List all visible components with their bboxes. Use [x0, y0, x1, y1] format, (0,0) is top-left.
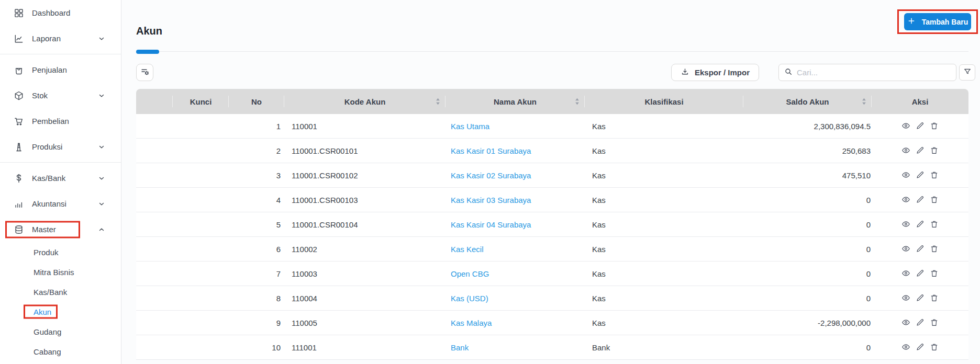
sidebar-item-cabang[interactable]: Cabang [0, 342, 121, 361]
actions-cell [872, 114, 968, 139]
account-name-link[interactable]: Kas Kecil [451, 245, 484, 254]
view-button[interactable] [901, 318, 911, 328]
delete-button[interactable] [930, 318, 939, 328]
edit-button[interactable] [916, 196, 925, 205]
edit-button[interactable] [916, 220, 925, 230]
sort-icon[interactable] [861, 98, 867, 106]
dollar-icon [14, 173, 24, 184]
column-header-saldo-akun[interactable]: Saldo Akun [743, 89, 872, 114]
lock-cell [136, 114, 173, 139]
actions-cell [872, 237, 968, 261]
chevron-down-icon [98, 200, 105, 208]
delete-button[interactable] [930, 196, 939, 205]
sidebar-item-master[interactable]: Master [0, 217, 121, 242]
sort-icon[interactable] [435, 98, 441, 106]
edit-button[interactable] [916, 269, 925, 279]
sidebar-item-kas-bank[interactable]: Kas/Bank [0, 282, 121, 302]
actions-cell [872, 163, 968, 188]
edit-button[interactable] [916, 343, 925, 352]
pencil-icon [916, 146, 925, 156]
account-name-link[interactable]: Kas Kasir 01 Surabaya [451, 146, 531, 155]
lock-cell [136, 237, 173, 261]
delete-button[interactable] [930, 171, 939, 180]
delete-button[interactable] [930, 245, 939, 254]
classification-cell: Kas [585, 139, 743, 163]
edit-button[interactable] [916, 294, 925, 303]
eye-icon [901, 121, 910, 132]
edit-button[interactable] [916, 122, 925, 131]
account-name-link[interactable]: Open CBG [451, 269, 489, 278]
add-new-button[interactable]: Tambah Baru [904, 13, 971, 30]
sidebar-subitem-label: Cabang [34, 347, 61, 356]
account-name-link[interactable]: Kas Utama [451, 122, 489, 131]
kunci-cell [173, 286, 229, 311]
delete-button[interactable] [930, 146, 939, 156]
view-button[interactable] [901, 343, 911, 352]
sidebar-item-dashboard[interactable]: Dashboard [0, 0, 121, 26]
delete-button[interactable] [930, 122, 939, 131]
sort-icon[interactable] [574, 98, 580, 106]
actions-cell [872, 261, 968, 286]
delete-button[interactable] [930, 220, 939, 230]
production-icon [14, 142, 24, 152]
sidebar-item-label: Master [32, 225, 56, 234]
sidebar-item-label: Akuntansi [32, 199, 66, 208]
account-name-cell: Kas Malaya [446, 311, 585, 335]
account-name-link[interactable]: Kas Malaya [451, 318, 492, 327]
divider [136, 51, 968, 52]
column-settings-button[interactable] [136, 64, 153, 81]
filter-button[interactable] [959, 64, 975, 81]
edit-button[interactable] [916, 171, 925, 180]
lock-cell [136, 188, 173, 212]
account-name-link[interactable]: Kas Kasir 03 Surabaya [451, 196, 531, 204]
view-button[interactable] [901, 220, 911, 230]
filter-funnel-icon [963, 67, 972, 77]
edit-button[interactable] [916, 245, 925, 254]
row-number-cell: 1 [229, 114, 284, 139]
view-button[interactable] [901, 146, 911, 156]
lock-cell [136, 286, 173, 311]
sidebar-item-mitra-bisnis[interactable]: Mitra Bisnis [0, 262, 121, 282]
sidebar-item-akuntansi[interactable]: Akuntansi [0, 191, 121, 217]
delete-button[interactable] [930, 269, 939, 279]
sidebar-item-produk[interactable]: Produk [0, 242, 121, 262]
edit-button[interactable] [916, 318, 925, 328]
column-header-kode-akun[interactable]: Kode Akun [284, 89, 446, 114]
account-name-link[interactable]: Kas Kasir 02 Surabaya [451, 171, 531, 180]
search-input[interactable] [797, 68, 951, 77]
delete-button[interactable] [930, 294, 939, 303]
database-icon [14, 224, 24, 235]
export-import-button[interactable]: Ekspor / Impor [671, 64, 759, 81]
column-header-nama-akun[interactable]: Nama Akun [446, 89, 585, 114]
delete-button[interactable] [930, 343, 939, 352]
table-row: 3110001.CSR00102Kas Kasir 02 SurabayaKas… [136, 163, 968, 188]
view-button[interactable] [901, 294, 911, 303]
view-button[interactable] [901, 122, 911, 131]
sidebar-item-penjualan[interactable]: Penjualan [0, 57, 121, 83]
sidebar-subitem-label: Akun [34, 308, 51, 316]
account-code-cell: 110001.CSR00102 [284, 163, 446, 188]
account-name-link[interactable]: Bank [451, 343, 469, 352]
sidebar-item-produksi[interactable]: Produksi [0, 134, 121, 160]
sidebar-item-stok[interactable]: Stok [0, 83, 121, 108]
sidebar-item-gudang[interactable]: Gudang [0, 322, 121, 342]
view-button[interactable] [901, 171, 911, 180]
sidebar-item-pembelian[interactable]: Pembelian [0, 108, 121, 134]
pencil-icon [916, 121, 925, 132]
account-code-cell: 110001.CSR00101 [284, 139, 446, 163]
actions-cell [872, 212, 968, 237]
account-name-link[interactable]: Kas Kasir 04 Surabaya [451, 220, 531, 229]
account-name-cell: Open CBG [446, 261, 585, 286]
edit-button[interactable] [916, 146, 925, 156]
view-button[interactable] [901, 196, 911, 205]
sidebar-item-kas-bank[interactable]: Kas/Bank [0, 165, 121, 191]
column-header-kunci: Kunci [173, 89, 229, 114]
sidebar-item-akun[interactable]: Akun [0, 302, 121, 322]
sidebar-item-laporan[interactable]: Laporan [0, 26, 121, 51]
title-accent-bar [136, 50, 159, 54]
account-name-link[interactable]: Kas (USD) [451, 294, 488, 303]
eye-icon [901, 170, 910, 181]
view-button[interactable] [901, 269, 911, 279]
lock-cell [136, 261, 173, 286]
view-button[interactable] [901, 245, 911, 254]
